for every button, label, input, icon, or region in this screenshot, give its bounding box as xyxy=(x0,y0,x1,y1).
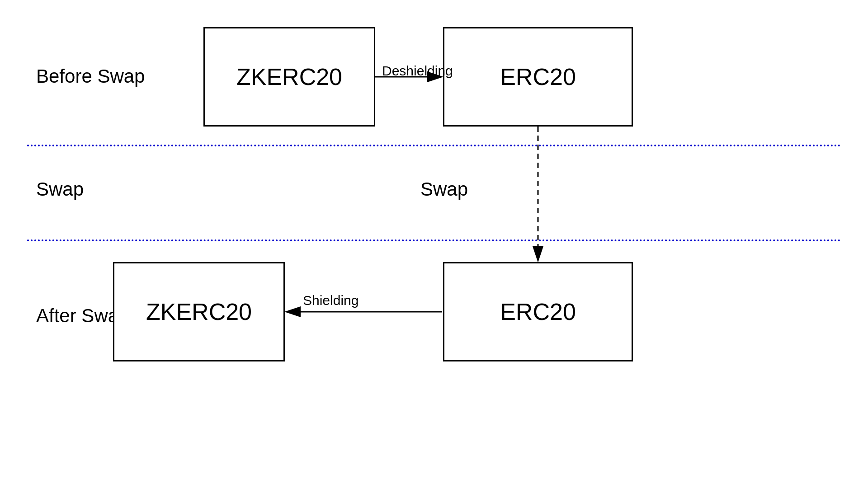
deshielding-label: Deshielding xyxy=(382,63,453,79)
top-right-box-label: ERC20 xyxy=(500,63,576,90)
top-left-box: ZKERC20 xyxy=(203,27,375,127)
bottom-left-box-label: ZKERC20 xyxy=(146,298,252,325)
dotted-line-top xyxy=(27,145,841,146)
bottom-right-box-label: ERC20 xyxy=(500,298,576,325)
diagram-container: Before Swap Swap Swap After Swap ZKERC20… xyxy=(0,0,868,488)
shielding-label: Shielding xyxy=(303,293,359,308)
top-left-box-label: ZKERC20 xyxy=(236,63,342,90)
swap-left-label: Swap xyxy=(36,178,84,200)
before-swap-label: Before Swap xyxy=(36,66,145,87)
bottom-right-box: ERC20 xyxy=(443,262,633,361)
bottom-left-box: ZKERC20 xyxy=(113,262,285,361)
swap-right-label: Swap xyxy=(420,178,468,200)
dotted-line-bottom xyxy=(27,239,841,241)
top-right-box: ERC20 xyxy=(443,27,633,127)
